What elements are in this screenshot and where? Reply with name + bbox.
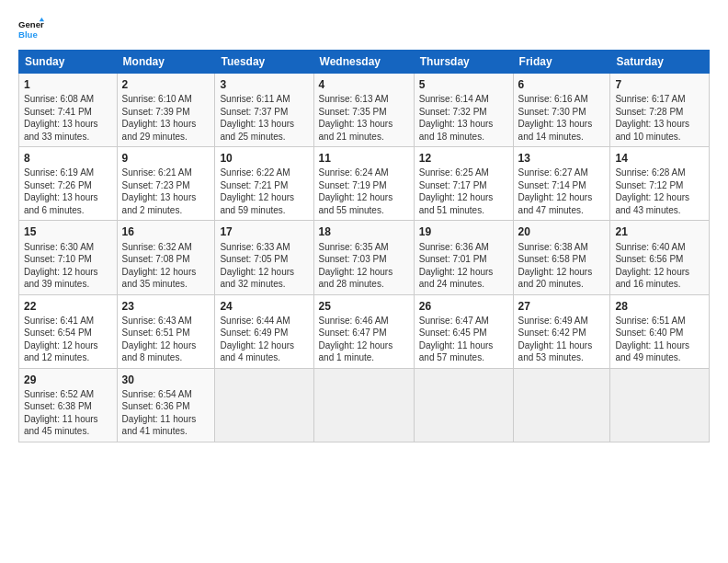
calendar-cell: 12Sunrise: 6:25 AM Sunset: 7:17 PM Dayli… [414,147,513,221]
calendar-week-1: 8Sunrise: 6:19 AM Sunset: 7:26 PM Daylig… [19,147,710,221]
day-number: 10 [220,151,308,166]
day-number: 12 [419,151,508,166]
day-info: Sunrise: 6:08 AM Sunset: 7:41 PM Dayligh… [24,93,112,143]
day-info: Sunrise: 6:22 AM Sunset: 7:21 PM Dayligh… [220,167,308,216]
calendar-week-3: 22Sunrise: 6:41 AM Sunset: 6:54 PM Dayli… [19,294,710,368]
day-info: Sunrise: 6:27 AM Sunset: 7:14 PM Dayligh… [518,167,606,216]
day-info: Sunrise: 6:30 AM Sunset: 7:10 PM Dayligh… [24,241,112,291]
calendar-cell: 23Sunrise: 6:43 AM Sunset: 6:51 PM Dayli… [117,294,215,368]
day-info: Sunrise: 6:32 AM Sunset: 7:08 PM Dayligh… [122,241,210,291]
day-number: 20 [518,224,606,239]
day-number: 23 [122,299,210,314]
calendar-cell: 21Sunrise: 6:40 AM Sunset: 6:56 PM Dayli… [610,221,710,294]
day-info: Sunrise: 6:28 AM Sunset: 7:12 PM Dayligh… [615,167,704,216]
day-number: 8 [24,151,112,166]
day-number: 26 [419,299,508,314]
day-number: 17 [220,224,308,239]
day-info: Sunrise: 6:41 AM Sunset: 6:54 PM Dayligh… [24,315,112,364]
calendar-cell: 6Sunrise: 6:16 AM Sunset: 7:30 PM Daylig… [513,74,610,147]
logo: General Blue [18,17,48,42]
day-info: Sunrise: 6:33 AM Sunset: 7:05 PM Dayligh… [220,241,308,291]
day-info: Sunrise: 6:11 AM Sunset: 7:37 PM Dayligh… [220,93,308,143]
calendar-cell: 9Sunrise: 6:21 AM Sunset: 7:23 PM Daylig… [117,147,215,221]
calendar-cell: 20Sunrise: 6:38 AM Sunset: 6:58 PM Dayli… [513,221,610,294]
col-header-wednesday: Wednesday [313,51,414,74]
day-number: 24 [220,299,308,314]
day-number: 3 [220,77,308,92]
day-info: Sunrise: 6:16 AM Sunset: 7:30 PM Dayligh… [518,93,606,143]
day-number: 4 [319,77,409,92]
day-number: 27 [518,299,606,314]
calendar-cell [414,368,513,442]
day-info: Sunrise: 6:14 AM Sunset: 7:32 PM Dayligh… [419,93,508,143]
calendar-week-2: 15Sunrise: 6:30 AM Sunset: 7:10 PM Dayli… [19,221,710,294]
calendar-cell: 3Sunrise: 6:11 AM Sunset: 7:37 PM Daylig… [215,74,313,147]
day-info: Sunrise: 6:51 AM Sunset: 6:40 PM Dayligh… [615,315,704,364]
day-number: 16 [122,224,210,239]
day-info: Sunrise: 6:38 AM Sunset: 6:58 PM Dayligh… [518,241,606,291]
col-header-saturday: Saturday [610,51,710,74]
day-number: 1 [24,77,112,92]
calendar-week-0: 1Sunrise: 6:08 AM Sunset: 7:41 PM Daylig… [19,74,710,147]
svg-text:Blue: Blue [18,29,38,40]
calendar-cell: 10Sunrise: 6:22 AM Sunset: 7:21 PM Dayli… [215,147,313,221]
calendar-week-4: 29Sunrise: 6:52 AM Sunset: 6:38 PM Dayli… [19,368,710,442]
calendar-cell: 30Sunrise: 6:54 AM Sunset: 6:36 PM Dayli… [117,368,215,442]
day-number: 11 [319,151,409,166]
day-info: Sunrise: 6:17 AM Sunset: 7:28 PM Dayligh… [615,93,704,143]
day-info: Sunrise: 6:49 AM Sunset: 6:42 PM Dayligh… [518,315,606,364]
day-number: 7 [615,77,704,92]
day-info: Sunrise: 6:35 AM Sunset: 7:03 PM Dayligh… [319,241,409,291]
calendar-table: SundayMondayTuesdayWednesdayThursdayFrid… [18,50,710,442]
day-info: Sunrise: 6:21 AM Sunset: 7:23 PM Dayligh… [122,167,210,216]
day-info: Sunrise: 6:44 AM Sunset: 6:49 PM Dayligh… [220,315,308,364]
calendar-cell [313,368,414,442]
calendar-cell: 8Sunrise: 6:19 AM Sunset: 7:26 PM Daylig… [19,147,118,221]
calendar-cell: 27Sunrise: 6:49 AM Sunset: 6:42 PM Dayli… [513,294,610,368]
day-number: 29 [24,373,112,387]
day-number: 6 [518,77,606,92]
calendar-cell: 25Sunrise: 6:46 AM Sunset: 6:47 PM Dayli… [313,294,414,368]
col-header-sunday: Sunday [19,51,118,74]
day-info: Sunrise: 6:24 AM Sunset: 7:19 PM Dayligh… [319,167,409,216]
day-info: Sunrise: 6:25 AM Sunset: 7:17 PM Dayligh… [419,167,508,216]
col-header-thursday: Thursday [414,51,513,74]
day-info: Sunrise: 6:46 AM Sunset: 6:47 PM Dayligh… [319,315,409,364]
day-number: 2 [122,77,210,92]
calendar-cell: 14Sunrise: 6:28 AM Sunset: 7:12 PM Dayli… [610,147,710,221]
day-number: 21 [615,224,704,239]
day-info: Sunrise: 6:19 AM Sunset: 7:26 PM Dayligh… [24,167,112,216]
col-header-friday: Friday [513,51,610,74]
calendar-cell: 5Sunrise: 6:14 AM Sunset: 7:32 PM Daylig… [414,74,513,147]
calendar-cell: 19Sunrise: 6:36 AM Sunset: 7:01 PM Dayli… [414,221,513,294]
day-number: 14 [615,151,704,166]
day-number: 13 [518,151,606,166]
header: General Blue [18,17,710,42]
calendar-cell: 1Sunrise: 6:08 AM Sunset: 7:41 PM Daylig… [19,74,118,147]
day-info: Sunrise: 6:36 AM Sunset: 7:01 PM Dayligh… [419,241,508,291]
calendar-cell: 11Sunrise: 6:24 AM Sunset: 7:19 PM Dayli… [313,147,414,221]
calendar-cell: 18Sunrise: 6:35 AM Sunset: 7:03 PM Dayli… [313,221,414,294]
col-header-monday: Monday [117,51,215,74]
day-info: Sunrise: 6:10 AM Sunset: 7:39 PM Dayligh… [122,93,210,143]
calendar-cell: 24Sunrise: 6:44 AM Sunset: 6:49 PM Dayli… [215,294,313,368]
day-info: Sunrise: 6:47 AM Sunset: 6:45 PM Dayligh… [419,315,508,364]
calendar-cell: 4Sunrise: 6:13 AM Sunset: 7:35 PM Daylig… [313,74,414,147]
day-number: 19 [419,224,508,239]
calendar-cell [215,368,313,442]
day-number: 15 [24,224,112,239]
day-number: 28 [615,299,704,314]
day-info: Sunrise: 6:54 AM Sunset: 6:36 PM Dayligh… [122,388,210,438]
logo-icon: General Blue [18,17,44,42]
calendar-cell: 26Sunrise: 6:47 AM Sunset: 6:45 PM Dayli… [414,294,513,368]
calendar-cell: 2Sunrise: 6:10 AM Sunset: 7:39 PM Daylig… [117,74,215,147]
day-number: 5 [419,77,508,92]
calendar-cell: 16Sunrise: 6:32 AM Sunset: 7:08 PM Dayli… [117,221,215,294]
col-header-tuesday: Tuesday [215,51,313,74]
day-number: 22 [24,299,112,314]
day-info: Sunrise: 6:43 AM Sunset: 6:51 PM Dayligh… [122,315,210,364]
calendar-cell: 22Sunrise: 6:41 AM Sunset: 6:54 PM Dayli… [19,294,118,368]
day-info: Sunrise: 6:40 AM Sunset: 6:56 PM Dayligh… [615,241,704,291]
calendar-cell: 7Sunrise: 6:17 AM Sunset: 7:28 PM Daylig… [610,74,710,147]
calendar-cell [513,368,610,442]
